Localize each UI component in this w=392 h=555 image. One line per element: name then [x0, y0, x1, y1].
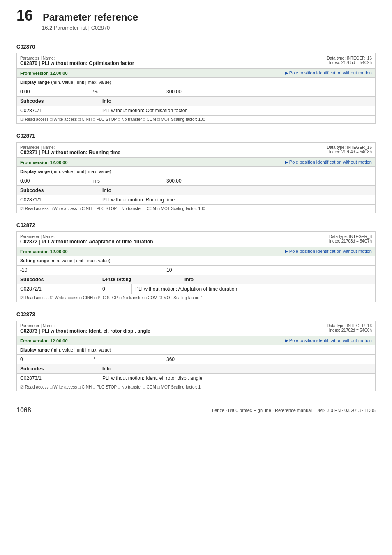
page-footer: 1068 Lenze · 8400 protec HighLine · Refe…	[16, 404, 376, 414]
param-range-label: Display range (min. value | unit | max. …	[20, 169, 111, 174]
subcode-info-cell: PLI without motion: Ident. el. rotor dis…	[99, 374, 375, 383]
param-info-header-row: SubcodesInfo	[17, 364, 375, 374]
range-extra: (min. value | unit | max. value)	[50, 258, 110, 263]
param-info-header-row: SubcodesLenze settingInfo	[17, 275, 375, 284]
subcode-cell: C02873/1	[17, 374, 99, 383]
param-version-row: From version 12.00.00Pole position ident…	[17, 158, 375, 167]
subcodes-header: Subcodes	[17, 275, 99, 284]
param-link[interactable]: Pole position identification without mot…	[285, 160, 372, 165]
subcode-row: C02872/10PLI without motion: Adaptation …	[17, 284, 375, 294]
subcodes-header: Subcodes	[17, 97, 99, 106]
param-version-row: From version 12.00.00Pole position ident…	[17, 336, 375, 345]
section-label-C02872: C02872	[16, 222, 376, 228]
unit-cell: °	[90, 355, 163, 364]
param-data-type: Data type: INTEGER_8Index: 21703d = 54C7…	[329, 234, 372, 243]
empty-cell	[236, 176, 375, 185]
chapter-number: 16	[16, 8, 33, 23]
min-val-cell: -10	[17, 266, 90, 275]
param-block-C02870: Parameter | Name:C02870 | PLI without mo…	[16, 53, 376, 124]
info-header: Info	[99, 186, 375, 195]
param-values-row: 0°360	[17, 355, 375, 364]
min-val-cell: 0.00	[17, 176, 90, 185]
subcode-cell: C02871/1	[17, 195, 99, 204]
param-label-small: Parameter | Name:	[20, 145, 120, 150]
param-access-row: ☑ Read access □ Write access □ CINH □ PL…	[17, 205, 375, 213]
param-block-C02871: Parameter | Name:C02871 | PLI without mo…	[16, 142, 376, 213]
param-info-header-row: SubcodesInfo	[17, 97, 375, 106]
param-access-row: ☑ Read access ☑ Write access □ CINH □ PL…	[17, 294, 375, 302]
param-range-label: Setting range (min. value | unit | max. …	[20, 258, 111, 263]
empty-cell	[236, 355, 375, 364]
section-label-C02870: C02870	[16, 44, 376, 50]
subcode-row: C02871/1PLI without motion: Running time	[17, 195, 375, 205]
empty-cell	[236, 87, 375, 96]
param-header-C02873: Parameter | Name:C02873 | PLI without mo…	[17, 321, 375, 336]
param-link[interactable]: Pole position identification without mot…	[285, 338, 372, 343]
info-header: Info	[181, 275, 375, 284]
subcodes-header: Subcodes	[17, 186, 99, 195]
min-val-cell: 0.00	[17, 87, 90, 96]
info-header: Info	[99, 364, 375, 373]
subcode-info-cell: PLI without motion: Running time	[99, 195, 375, 204]
param-version-text: From version 12.00.00	[20, 338, 68, 343]
section-label-C02871: C02871	[16, 133, 376, 139]
param-access-row: ☑ Read access □ Write access □ CINH □ PL…	[17, 116, 375, 123]
param-info-header-row: SubcodesInfo	[17, 186, 375, 195]
info-header: Info	[99, 97, 375, 106]
param-block-C02872: Parameter | Name:C02872 | PLI without mo…	[16, 231, 376, 302]
max-val-cell: 10	[163, 266, 236, 275]
param-version-text: From version 12.00.00	[20, 249, 68, 254]
unit-cell: %	[90, 87, 163, 96]
param-header-C02870: Parameter | Name:C02870 | PLI without mo…	[17, 53, 375, 69]
chapter-title: Parameter reference	[43, 12, 138, 23]
param-label-small: Parameter | Name:	[20, 324, 150, 328]
subcodes-header: Subcodes	[17, 364, 99, 373]
param-link[interactable]: Pole position identification without mot…	[285, 249, 372, 254]
param-values-row: 0.00%300.00	[17, 87, 375, 97]
lenze-val-cell: 0	[99, 284, 132, 294]
param-header-C02871: Parameter | Name:C02871 | PLI without mo…	[17, 143, 375, 158]
param-range-row: Display range (min. value | unit | max. …	[17, 345, 375, 355]
param-data-type: Data type: INTEGER_16Index: 21705d = 54C…	[327, 56, 372, 65]
param-version-row: From version 12.00.00Pole position ident…	[17, 69, 375, 78]
subcode-info-cell: PLI without motion: Optimisation factor	[99, 106, 375, 115]
param-data-type: Data type: INTEGER_16Index: 21702d = 54C…	[327, 324, 372, 333]
param-version-text: From version 12.00.00	[20, 71, 68, 76]
page-header: 16 Parameter reference	[16, 8, 376, 23]
param-block-C02873: Parameter | Name:C02873 | PLI without mo…	[16, 321, 376, 391]
param-range-row: Display range (min. value | unit | max. …	[17, 167, 375, 176]
subcode-cell: C02870/1	[17, 106, 99, 115]
max-val-cell: 300.00	[163, 87, 236, 96]
max-val-cell: 360	[163, 355, 236, 364]
section-label-C02873: C02873	[16, 311, 376, 317]
param-name-main: C02871 | PLI without motion: Running tim…	[20, 150, 120, 155]
param-range-label: Display range (min. value | unit | max. …	[20, 80, 111, 85]
subcode-row: C02870/1PLI without motion: Optimisation…	[17, 106, 375, 116]
param-name-main: C02873 | PLI without motion: Ident. el. …	[20, 328, 150, 334]
subcode-info-cell: PLI without motion: Adaptation of time d…	[132, 284, 375, 294]
footer-text: Lenze · 8400 protec HighLine · Reference…	[212, 408, 376, 413]
range-extra: (min. value | unit | max. value)	[51, 169, 111, 174]
params-container: C02870Parameter | Name:C02870 | PLI with…	[16, 44, 376, 391]
param-version-text: From version 12.00.00	[20, 160, 68, 165]
param-link[interactable]: Pole position identification without mot…	[285, 70, 372, 76]
param-label-small: Parameter | Name:	[20, 234, 153, 239]
max-val-cell: 300.00	[163, 176, 236, 185]
param-values-row: -1010	[17, 266, 375, 275]
param-range-label: Display range (min. value | unit | max. …	[20, 347, 111, 352]
param-version-row: From version 12.00.00Pole position ident…	[17, 247, 375, 256]
param-access-row: ☑ Read access □ Write access □ CINH □ PL…	[17, 383, 375, 391]
range-extra: (min. value | unit | max. value)	[51, 347, 111, 352]
subcode-row: C02873/1PLI without motion: Ident. el. r…	[17, 374, 375, 383]
param-header-C02872: Parameter | Name:C02872 | PLI without mo…	[17, 232, 375, 247]
divider	[16, 36, 376, 36]
min-val-cell: 0	[17, 355, 90, 364]
unit-cell	[90, 266, 163, 275]
sub-heading: 16.2 Parameter list | C02870	[42, 25, 376, 31]
param-label-small: Parameter | Name:	[20, 56, 134, 60]
page-number: 1068	[16, 407, 31, 414]
param-range-row: Setting range (min. value | unit | max. …	[17, 256, 375, 266]
param-name-main: C02870 | PLI without motion: Optimisatio…	[20, 60, 134, 66]
param-name-main: C02872 | PLI without motion: Adaptation …	[20, 239, 153, 245]
range-extra: (min. value | unit | max. value)	[51, 80, 111, 85]
